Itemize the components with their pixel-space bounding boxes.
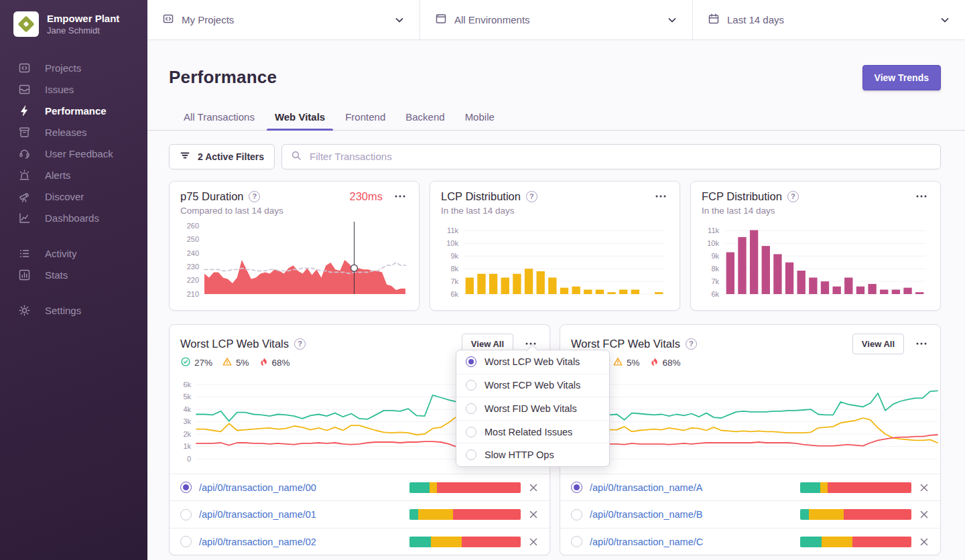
nav-divider [0,228,147,242]
sidebar-item-label: Releases [45,127,87,138]
sidebar-item-projects[interactable]: Projects [0,57,147,78]
dashboards-icon [18,212,31,224]
org-switcher[interactable]: Empower Plant Jane Schmidt [0,0,147,37]
transaction-link[interactable]: /api/0/transaction_name/C [590,537,703,547]
svg-text:2k: 2k [183,430,191,438]
help-icon[interactable]: ? [526,191,537,202]
svg-text:9k: 9k [450,252,458,260]
help-icon[interactable]: ? [787,191,799,202]
sidebar-item-dashboards[interactable]: Dashboards [0,207,147,228]
vitals-breakdown-bar [800,482,911,493]
search-input[interactable] [308,150,931,163]
sidebar-item-label: Alerts [45,169,70,181]
menu-item-label: Most Related Issues [485,427,572,437]
menu-radio[interactable] [466,449,476,460]
sidebar-item-alerts[interactable]: Alerts [0,164,147,186]
transaction-link[interactable]: /api/0/transaction_name/02 [199,537,316,547]
transaction-link[interactable]: /api/0/transaction_name/A [590,482,702,493]
settings-icon [18,304,31,317]
tab-web-vitals[interactable]: Web Vitals [267,111,333,130]
tab-backend[interactable]: Backend [397,111,452,130]
sidebar-item-performance[interactable]: Performance [0,100,147,121]
sidebar-item-label: Projects [45,62,81,74]
transaction-link[interactable]: /api/0/transaction_name/00 [199,482,316,493]
sidebar-item-label: Stats [45,269,68,281]
fcp-distribution-chart: 6k7k8k9k10k11k [702,219,929,305]
transaction-radio[interactable] [180,482,192,493]
chevron-down-icon [667,15,678,25]
sidebar-item-issues[interactable]: Issues [0,78,147,100]
tab-mobile[interactable]: Mobile [457,111,503,130]
calendar-icon [708,13,720,27]
transaction-radio[interactable] [571,509,582,520]
help-icon[interactable]: ? [686,338,697,350]
menu-item-worst-lcp-web-vitals[interactable]: Worst LCP Web Vitals [456,350,609,374]
close-icon[interactable] [919,482,929,493]
sidebar-item-label: Settings [45,305,81,316]
environment-filter-dropdown[interactable]: All Environments [420,0,692,40]
worst-fcp-chart: 01k2k3k4k5k6k [560,370,940,474]
vitals-breakdown-bar [409,509,521,520]
issues-icon [18,83,31,96]
transaction-row: /api/0/transaction_name/A [560,474,940,501]
menu-radio[interactable] [466,427,476,437]
date-range-dropdown[interactable]: Last 14 days [692,0,965,40]
help-icon[interactable]: ? [294,338,306,350]
close-icon[interactable] [919,509,929,520]
card-title: FCP Distribution [702,190,782,203]
help-icon[interactable]: ? [249,191,260,202]
view-trends-button[interactable]: View Trends [862,65,941,90]
sidebar-item-label: Discover [45,191,84,202]
tab-all-transactions[interactable]: All Transactions [176,111,263,130]
environments-icon [435,13,447,27]
transaction-radio[interactable] [571,482,582,493]
filter-icon [180,150,190,163]
close-icon[interactable] [528,482,539,493]
menu-item-most-related-issues[interactable]: Most Related Issues [456,420,609,443]
transaction-radio[interactable] [571,536,582,547]
sidebar-item-settings[interactable]: Settings [0,299,147,321]
vitals-breakdown-bar [409,482,521,493]
transaction-radio[interactable] [180,536,192,547]
sidebar-item-label: Performance [45,105,107,117]
card-title: Worst FCP Web Vitals [571,338,680,350]
close-icon[interactable] [528,537,539,547]
view-all-button[interactable]: View All [852,334,904,354]
ellipsis-menu-icon[interactable] [392,190,408,202]
menu-radio[interactable] [466,403,476,414]
sidebar-item-discover[interactable]: Discover [0,186,147,207]
ellipsis-menu-icon[interactable] [653,190,669,202]
close-icon[interactable] [528,509,539,520]
sidebar-item-releases[interactable]: Releases [0,121,147,143]
svg-text:6k: 6k [183,380,191,389]
menu-item-slow-http-ops[interactable]: Slow HTTP Ops [456,443,609,466]
vitals-summary: 27% 5% 68% [560,354,940,369]
project-filter-dropdown[interactable]: My Projects [147,0,420,40]
fire-icon [259,356,269,369]
close-icon[interactable] [919,537,929,547]
transaction-list: /api/0/transaction_name/00/api/0/transac… [170,474,550,555]
transaction-radio[interactable] [180,509,192,520]
user-feedback-icon [18,147,31,160]
tab-frontend[interactable]: Frontend [337,111,393,130]
ellipsis-menu-icon[interactable] [913,338,929,350]
menu-radio[interactable] [466,356,476,367]
transaction-link[interactable]: /api/0/transaction_name/B [590,509,702,520]
menu-radio[interactable] [466,380,476,391]
p75-duration-card: p75 Duration ? 230ms Compared to last 14… [169,181,420,311]
poor-percent: 68% [272,358,290,368]
ellipsis-menu-icon[interactable] [913,190,929,202]
good-percent: 27% [194,358,212,368]
svg-text:7k: 7k [450,277,458,285]
menu-item-worst-fid-web-vitals[interactable]: Worst FID Web Vitals [456,397,609,420]
content-area: Performance View Trends All Transactions… [147,40,965,560]
svg-text:5k: 5k [183,393,191,401]
sidebar-item-user-feedback[interactable]: User Feedback [0,143,147,164]
transaction-link[interactable]: /api/0/transaction_name/01 [199,509,316,520]
sidebar-item-activity[interactable]: Activity [0,242,147,264]
sidebar-item-stats[interactable]: Stats [0,264,147,285]
active-filters-button[interactable]: 2 Active Filters [169,144,275,169]
chevron-down-icon [940,15,950,25]
svg-text:230: 230 [187,263,199,271]
menu-item-worst-fcp-web-vitals[interactable]: Worst FCP Web Vitals [456,374,609,397]
